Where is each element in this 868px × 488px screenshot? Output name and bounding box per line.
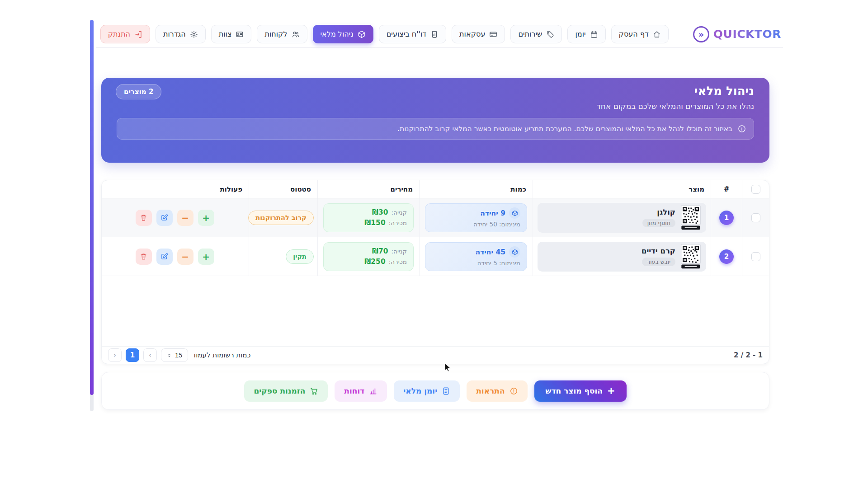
decrease-quantity-button[interactable]: − xyxy=(177,210,193,226)
up-down-icon xyxy=(167,353,172,358)
calendar-icon xyxy=(590,30,598,38)
product-category-badge: יובש בעור xyxy=(642,258,675,266)
tab-performance-report[interactable]: דו''ח ביצועים xyxy=(379,25,446,43)
app-root: » QUICKTOR דף העסק יומן שירותים עסקאות ד… xyxy=(0,0,868,488)
top-navigation: » QUICKTOR דף העסק יומן שירותים עסקאות ד… xyxy=(96,21,783,48)
quantity-minimum: מינימום: 50 יחידה xyxy=(432,221,520,228)
trash-icon xyxy=(140,253,147,260)
tab-transactions[interactable]: עסקאות xyxy=(452,25,505,43)
products-count-badge: 2 מוצרים xyxy=(116,84,161,99)
delete-product-button[interactable] xyxy=(136,249,152,265)
row-number-badge: 2 xyxy=(719,249,734,264)
increase-quantity-button[interactable]: + xyxy=(198,210,214,226)
supplier-orders-button[interactable]: הזמנות ספקים xyxy=(244,380,328,402)
edit-product-button[interactable] xyxy=(156,210,173,226)
page-subtitle: נהלו את כל המוצרים והמלאי שלכם במקום אחד xyxy=(117,102,754,111)
row-checkbox[interactable] xyxy=(751,252,760,261)
page-scrollbar[interactable] xyxy=(90,20,94,411)
product-category-badge: תוסף מזון xyxy=(642,219,675,227)
info-icon xyxy=(737,124,746,133)
logout-button[interactable]: התנתק xyxy=(100,25,150,43)
delete-product-button[interactable] xyxy=(136,210,152,226)
tab-business-page[interactable]: דף העסק xyxy=(611,25,669,43)
current-page-button[interactable]: 1 xyxy=(126,348,139,362)
button-label: דוחות xyxy=(344,386,364,395)
add-product-button[interactable]: + הוסף מוצר חדש xyxy=(534,380,627,402)
tab-label: עסקאות xyxy=(459,30,485,38)
scrollbar-thumb[interactable] xyxy=(90,20,94,395)
quantity-value: 9 יחידה xyxy=(480,209,505,217)
home-icon xyxy=(653,30,661,38)
table-row: 2 xyxy=(102,237,769,276)
button-label: יומן מלאי xyxy=(403,386,437,395)
tab-label: ניהול מלאי xyxy=(321,30,354,38)
row-checkbox[interactable] xyxy=(751,213,760,222)
button-label: הוסף מוצר חדש xyxy=(546,386,603,395)
table-header-row: # מוצר כמות מחירים סטטוס פעולות xyxy=(102,180,769,198)
quantity-minimum: מינימום: 5 יחידה xyxy=(432,259,520,267)
tab-services[interactable]: שירותים xyxy=(510,25,562,43)
button-label: התראות xyxy=(476,386,505,395)
button-label: הזמנות ספקים xyxy=(254,386,305,395)
column-header-status: סטטוס xyxy=(249,180,317,198)
package-icon xyxy=(358,30,366,38)
column-header-product: מוצר xyxy=(533,180,711,198)
inventory-journal-button[interactable]: יומן מלאי xyxy=(394,380,460,402)
trash-icon xyxy=(140,214,147,221)
sell-price-value: ₪150 xyxy=(364,219,385,227)
tab-label: שירותים xyxy=(518,30,542,38)
plus-icon: + xyxy=(607,386,615,396)
logout-label: התנתק xyxy=(108,30,130,38)
page-title: ניהול מלאי xyxy=(117,84,754,98)
tab-label: לקוחות xyxy=(264,30,287,38)
column-header-prices: מחירים xyxy=(317,180,419,198)
tab-clients[interactable]: לקוחות xyxy=(257,25,307,43)
tab-label: צוות xyxy=(219,30,232,38)
brand-logo[interactable]: » QUICKTOR xyxy=(693,26,781,42)
prev-page-button[interactable]: ‹ xyxy=(108,348,122,362)
alert-circle-icon xyxy=(509,387,518,395)
tab-team[interactable]: צוות xyxy=(211,25,252,43)
product-name: קולגן xyxy=(642,208,675,216)
increase-quantity-button[interactable]: + xyxy=(198,249,214,265)
prices-card: קנייה:₪70 מכירה:₪250 xyxy=(323,242,414,271)
id-card-icon xyxy=(236,30,244,38)
page-size-value: 15 xyxy=(175,352,182,359)
reports-button[interactable]: דוחות xyxy=(335,380,387,402)
next-page-button[interactable]: › xyxy=(143,348,157,362)
package-icon xyxy=(509,246,520,258)
tab-calendar[interactable]: יומן xyxy=(567,25,605,43)
logout-icon xyxy=(134,30,142,38)
users-icon xyxy=(292,30,300,38)
qr-code-icon xyxy=(681,205,701,230)
alerts-button[interactable]: התראות xyxy=(467,380,527,402)
quantity-value: 45 יחידה xyxy=(475,248,505,256)
edit-product-button[interactable] xyxy=(156,249,173,265)
tab-label: דף העסק xyxy=(619,30,649,38)
info-banner: באיזור זה תוכלו לנהל את כל המלאי והמוצרי… xyxy=(117,118,754,140)
mouse-cursor xyxy=(444,363,453,373)
quantity-card: 9 יחידה מינימום: 50 יחידה xyxy=(425,203,527,232)
brand-icon: » xyxy=(693,26,709,42)
pagination-bar: 1 - 2 / 2 כמות רשומות לעמוד 15 › 1 ‹ xyxy=(102,346,769,364)
product-card: קולגן תוסף מזון xyxy=(538,203,706,233)
table-row: 1 xyxy=(102,198,769,237)
tab-settings[interactable]: הגדרות xyxy=(156,25,206,43)
sell-price-label: מכירה: xyxy=(389,258,407,265)
buy-price-label: קנייה: xyxy=(392,248,407,255)
tab-label: הגדרות xyxy=(163,30,186,38)
tab-label: דו''ח ביצועים xyxy=(387,30,426,38)
product-name: קרם ידיים xyxy=(642,247,675,255)
decrease-quantity-button[interactable]: − xyxy=(177,249,193,265)
status-badge: תקין xyxy=(286,249,314,264)
select-all-checkbox[interactable] xyxy=(751,185,760,194)
prices-card: קנייה:₪30 מכירה:₪150 xyxy=(323,203,414,232)
page-size-label: כמות רשומות לעמוד xyxy=(192,351,250,359)
row-number-badge: 1 xyxy=(719,211,734,225)
report-icon xyxy=(430,30,439,38)
tab-inventory[interactable]: ניהול מלאי xyxy=(313,25,373,43)
page-size-select[interactable]: 15 xyxy=(161,348,188,362)
buy-price-value: ₪30 xyxy=(372,208,388,216)
column-header-quantity: כמות xyxy=(419,180,533,198)
package-icon xyxy=(509,207,520,219)
